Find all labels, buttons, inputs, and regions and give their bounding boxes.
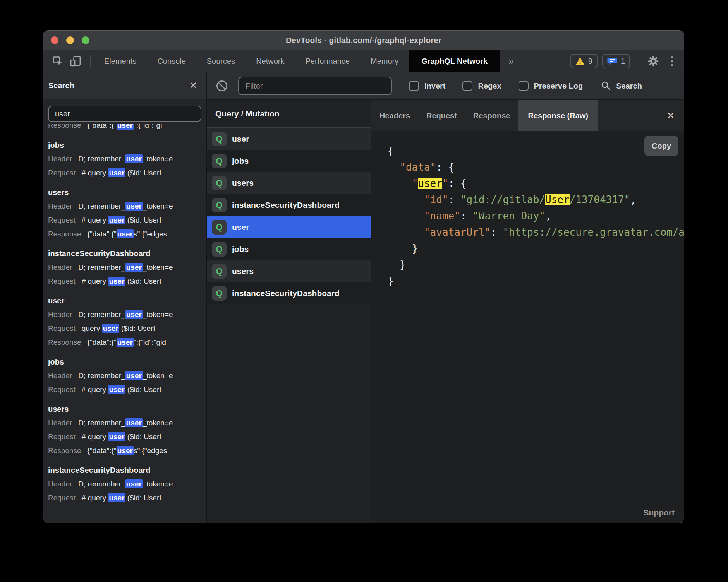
checkbox-label: Invert: [424, 82, 445, 91]
json-token: :: [491, 226, 503, 238]
detail-tab-headers[interactable]: Headers: [371, 100, 418, 131]
result-group-title[interactable]: jobs: [48, 355, 206, 369]
checkbox-group-preserve-log[interactable]: Preserve Log: [519, 81, 583, 91]
search-result-line[interactable]: Response{"data":{"users":{"edges: [48, 227, 206, 241]
query-list-item[interactable]: Qusers: [207, 172, 371, 194]
devtools-tab-sources[interactable]: Sources: [196, 50, 246, 72]
checkbox-group-regex[interactable]: Regex: [462, 81, 501, 91]
json-token: [388, 226, 424, 238]
result-line-value: D; remember_user_token=e: [78, 154, 173, 163]
response-raw-view: Copy { "data": { "user": { "id": "gid://…: [371, 131, 684, 523]
detail-tab-response[interactable]: Response: [465, 100, 519, 131]
search-result-line[interactable]: Request# query user ($id: UserI: [48, 213, 206, 227]
search-result-line[interactable]: Request# query user ($id: UserI: [48, 491, 206, 505]
search-result-line[interactable]: Response{"data":{"users":{"edges: [48, 444, 206, 458]
search-icon: [601, 80, 611, 91]
issues-badge[interactable]: 1: [602, 54, 630, 68]
clipped-result-line[interactable]: Response{"data":{"user":{"id":"gi: [48, 124, 206, 133]
devtools-tab-graphql-network[interactable]: GraphQL Network: [409, 50, 500, 72]
detail-tab-response-raw-[interactable]: Response (Raw): [518, 100, 598, 131]
json-token: }: [388, 259, 406, 270]
search-result-line[interactable]: HeaderD; remember_user_token=e: [48, 308, 206, 322]
result-group-title[interactable]: user: [48, 294, 206, 308]
json-token: "Warren Day": [472, 210, 545, 222]
search-match-highlight: user: [117, 229, 134, 238]
search-result-line[interactable]: Request# query user ($id: UserI: [48, 383, 206, 397]
settings-gear-icon[interactable]: [647, 55, 659, 67]
search-result-line[interactable]: Requestquery user ($id: UserI: [48, 322, 206, 336]
message-icon: [607, 57, 617, 65]
result-group-title[interactable]: instanceSecurityDashboard: [48, 463, 206, 477]
json-line: }: [388, 257, 684, 273]
query-list-item[interactable]: Quser: [207, 128, 371, 150]
query-list-item[interactable]: Qjobs: [207, 150, 371, 172]
query-list-header: Query / Mutation: [207, 100, 371, 128]
result-line-label: Header: [48, 263, 72, 271]
search-result-line[interactable]: HeaderD; remember_user_token=e: [48, 152, 206, 166]
query-list-item[interactable]: QinstanceSecurityDashboard: [207, 194, 371, 216]
devtools-tab-performance[interactable]: Performance: [295, 50, 361, 72]
result-group-title[interactable]: users: [48, 402, 206, 416]
query-list-item[interactable]: QinstanceSecurityDashboard: [207, 282, 371, 304]
search-result-line[interactable]: Request# query user ($id: UserI: [48, 166, 206, 180]
clear-log-icon[interactable]: [216, 80, 228, 92]
close-detail-icon[interactable]: ✕: [667, 110, 675, 121]
result-group-title[interactable]: instanceSecurityDashboard: [48, 246, 206, 260]
query-type-badge: Q: [212, 242, 227, 257]
detail-tab-request[interactable]: Request: [418, 100, 465, 131]
search-result-line[interactable]: HeaderD; remember_user_token=e: [48, 416, 206, 430]
checkbox[interactable]: [409, 81, 419, 91]
search-result-line[interactable]: Response{"data":{"user":{"id":"gid: [48, 336, 206, 349]
search-result-line[interactable]: HeaderD; remember_user_token=e: [48, 199, 206, 213]
checkbox[interactable]: [462, 81, 472, 91]
detail-tabs: HeadersRequestResponseResponse (Raw)✕: [371, 100, 684, 131]
result-line-label: Request: [48, 169, 76, 177]
checkbox[interactable]: [519, 81, 529, 91]
devtools-tab-console[interactable]: Console: [147, 50, 196, 72]
result-line-label: Header: [48, 480, 72, 488]
query-list-item[interactable]: Qusers: [207, 260, 371, 282]
json-token: /13704317": [570, 194, 630, 205]
result-line-label: Response: [48, 338, 81, 346]
search-match-highlight: user: [117, 338, 134, 347]
warnings-badge[interactable]: 9: [570, 54, 598, 68]
result-group-title[interactable]: jobs: [48, 138, 206, 152]
query-list-panel: Query / Mutation QuserQjobsQusersQinstan…: [207, 100, 371, 523]
kebab-menu-icon[interactable]: [669, 56, 675, 66]
search-results: Response{"data":{"user":{"id":"gi jobsHe…: [43, 99, 206, 523]
checkbox-group-invert[interactable]: Invert: [409, 81, 445, 91]
devtools-tab-memory[interactable]: Memory: [360, 50, 409, 72]
copy-button[interactable]: Copy: [644, 136, 678, 156]
close-search-panel-icon[interactable]: ✕: [189, 81, 197, 90]
query-list-item[interactable]: Qjobs: [207, 238, 371, 260]
search-result-line[interactable]: HeaderD; remember_user_token=e: [48, 477, 206, 491]
query-list-item[interactable]: Quser: [207, 216, 371, 238]
search-result-line[interactable]: Request# query user ($id: UserI: [48, 430, 206, 444]
device-toolbar-icon[interactable]: [70, 55, 81, 67]
result-line-value: D; remember_user_token=e: [78, 202, 173, 211]
search-match-highlight: user: [125, 371, 143, 380]
result-line-label: Header: [48, 310, 72, 318]
toolbar-search[interactable]: Search: [601, 80, 642, 91]
result-group-title[interactable]: users: [48, 185, 206, 199]
search-match-highlight: user: [108, 493, 125, 502]
result-line-label: Request: [48, 385, 76, 394]
search-result-line[interactable]: HeaderD; remember_user_token=e: [48, 260, 206, 274]
json-token: : {: [448, 178, 467, 189]
search-result-line[interactable]: Response{"data":{"user":{"id":"gi: [48, 124, 206, 132]
search-result-line[interactable]: HeaderD; remember_user_token=e: [48, 369, 206, 383]
query-list-item-label: user: [232, 223, 249, 232]
search-result-line[interactable]: Request# query user ($id: UserI: [48, 274, 206, 288]
more-tabs-icon[interactable]: »: [500, 50, 522, 72]
inspect-element-icon[interactable]: [52, 55, 64, 67]
support-link[interactable]: Support: [644, 508, 675, 517]
filter-input[interactable]: [238, 77, 392, 95]
titlebar: DevTools - gitlab.com/-/graphql-explorer: [43, 31, 684, 50]
query-list-item-label: users: [232, 178, 254, 188]
result-line-value: D; remember_user_token=e: [78, 418, 173, 427]
query-type-badge: Q: [212, 176, 227, 190]
search-input[interactable]: [48, 106, 201, 122]
devtools-tab-elements[interactable]: Elements: [94, 50, 147, 72]
result-line-label: Header: [48, 419, 72, 427]
devtools-tab-network[interactable]: Network: [246, 50, 295, 72]
